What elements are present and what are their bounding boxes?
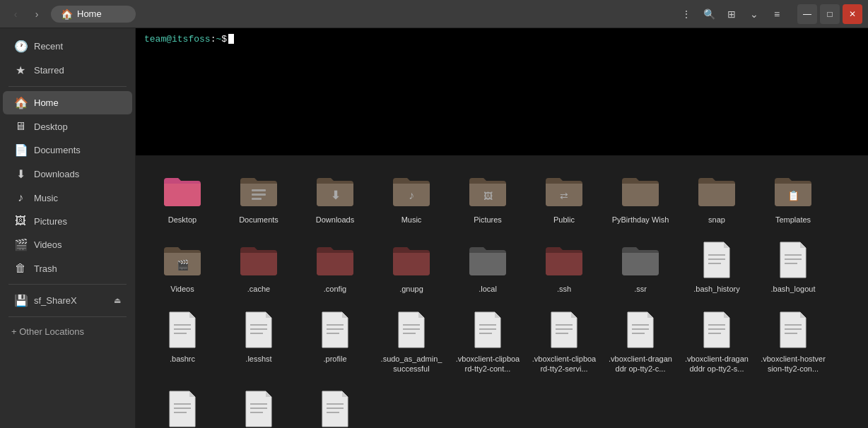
file-item-vboxclient4[interactable]: .vboxclient-dragandddr op-tty2-s... [681,303,752,380]
search-icon: 🔍 [703,8,715,20]
svg-text:🖼: 🖼 [483,191,493,201]
sidebar-label-music: Music [34,193,58,203]
minimize-button[interactable]: — [797,4,817,24]
view-toggle-button[interactable]: ⌄ [744,4,765,24]
file-item-pictures[interactable]: 🖼 Pictures [452,164,523,230]
file-item-public[interactable]: ⇄ Public [529,164,599,230]
sidebar-item-sf-sharex[interactable]: 💾 sf_ShareX ⏏ [3,289,132,312]
file-item-ssh[interactable]: .ssh [529,233,599,299]
file-item-desktop[interactable]: Desktop [147,164,218,230]
file-item-local[interactable]: .local [452,233,523,299]
close-button[interactable]: ✕ [843,4,862,24]
file-label-cache: .cache [247,284,270,294]
file-item-vboxclient1[interactable]: .vboxclient-clipboard-tty2-cont... [452,303,523,380]
recent-icon: 🕐 [14,40,27,53]
file-label-config: .config [324,284,346,294]
forward-button[interactable]: › [27,4,47,24]
file-item-config[interactable]: .config [300,233,370,299]
file-label-vboxclient4: .vboxclient-dragandddr op-tty2-s... [684,354,749,374]
file-label-sudo-admin: .sudo_as_admin_successful [379,354,444,374]
sidebar-label-starred: Starred [34,65,64,76]
file-item-cache[interactable]: .cache [223,233,294,299]
minimize-icon: — [803,9,811,19]
sidebar-add-locations[interactable]: + Other Locations [0,321,135,342]
sidebar-item-trash[interactable]: 🗑 Trash [3,257,132,280]
file-icon-vboxclient7 [237,388,280,428]
sidebar-item-recent[interactable]: 🕐 Recent [3,35,132,58]
file-item-vboxclient7[interactable]: .vboxclient-seamless-tty2-servi... [223,382,294,428]
file-item-vboxclient6[interactable]: .vboxclient-seamless-tty2-cont... [147,382,218,428]
folder-icon-pybirthday [619,170,662,212]
nav-buttons: ‹ › [6,4,47,24]
folder-icon-desktop [161,170,204,212]
file-item-bashrc[interactable]: .bashrc [147,303,218,380]
sidebar-label-videos: Videos [34,239,62,250]
file-item-gnupg[interactable]: .gnupg [376,233,447,299]
file-label-gnupg: .gnupg [399,284,423,294]
file-item-bash-history[interactable]: .bash_history [681,233,752,299]
folder-icon-ssh [543,239,585,281]
sidebar-item-downloads[interactable]: ⬇ Downloads [3,162,132,186]
menu-button[interactable]: ⋮ [676,4,697,24]
eject-icon[interactable]: ⏏ [114,296,121,305]
file-item-downloads[interactable]: ⬇ Downloads [300,164,370,230]
sidebar-item-desktop[interactable]: 🖥 Desktop [3,115,132,138]
file-item-music[interactable]: ♪ Music [376,164,447,230]
file-item-vboxclient2[interactable]: .vboxclient-clipboard-tty2-servi... [529,303,599,380]
file-item-vboxclient5[interactable]: .vboxclient-hostversion-tty2-con... [758,303,828,380]
file-grid-container[interactable]: Desktop Documents [136,155,868,428]
file-item-vboxclient8[interactable]: .vboxclient-vmsvga-session-t... [300,382,370,428]
file-grid: Desktop Documents [147,164,857,428]
folder-icon-templates: 📋 [772,170,814,212]
home-icon: 🏠 [61,8,73,20]
file-label-lesshst: .lesshst [245,354,271,364]
location-bar[interactable]: 🏠 Home [51,6,136,23]
file-item-ssr[interactable]: .ssr [605,233,676,299]
options-button[interactable]: ≡ [766,4,787,24]
add-locations-label: + Other Locations [11,326,84,337]
file-label-pictures: Pictures [474,215,502,225]
search-button[interactable]: 🔍 [698,4,720,24]
file-icon-bashrc [161,309,204,351]
file-icon-vboxclient1 [467,309,509,351]
window-controls: — □ ✕ [797,4,862,24]
file-item-pybirthday[interactable]: PyBirthday Wish [605,164,676,230]
sidebar-item-documents[interactable]: 📄 Documents [3,138,132,162]
file-icon-vboxclient3 [619,309,662,351]
file-icon-sudo-admin [390,309,433,351]
maximize-button[interactable]: □ [820,4,840,24]
sidebar-item-pictures[interactable]: 🖼 Pictures [3,210,132,232]
sidebar: 🕐 Recent ★ Starred 🏠 Home 🖥 Desktop 📄 Do… [0,28,136,428]
sidebar-divider-2 [8,284,127,285]
titlebar: ‹ › 🏠 Home ⋮ 🔍 ⊞ ⌄ ≡ — □ [0,0,868,28]
file-label-music: Music [401,215,422,225]
file-icon-vboxclient4 [696,309,738,351]
folder-icon-pictures: 🖼 [467,170,509,212]
svg-text:⬇: ⬇ [331,189,340,201]
back-button[interactable]: ‹ [6,4,25,24]
content-area: team@itsfoss : ~ $ Desktop [136,28,868,428]
file-item-templates[interactable]: 📋 Templates [758,164,828,230]
file-icon-lesshst [237,309,280,351]
file-item-videos[interactable]: 🎬 Videos [147,233,218,299]
file-item-profile[interactable]: .profile [300,303,370,380]
file-label-ssh: .ssh [557,284,571,294]
sidebar-item-videos[interactable]: 🎬 Videos [3,233,132,256]
sidebar-divider-3 [8,316,127,317]
file-label-videos: Videos [170,284,194,294]
file-item-vboxclient3[interactable]: .vboxclient-draganddr op-tty2-c... [605,303,676,380]
sidebar-item-starred[interactable]: ★ Starred [3,59,132,82]
file-item-snap[interactable]: snap [681,164,752,230]
file-label-documents: Documents [239,215,278,225]
file-item-bash-logout[interactable]: .bash_logout [758,233,828,299]
file-item-sudo-admin[interactable]: .sudo_as_admin_successful [376,303,447,380]
sidebar-label-sf-sharex: sf_ShareX [34,295,77,306]
file-item-documents[interactable]: Documents [223,164,294,230]
file-item-lesshst[interactable]: .lesshst [223,303,294,380]
sidebar-label-pictures: Pictures [34,216,67,227]
close-icon: ✕ [849,9,856,19]
sidebar-item-music[interactable]: ♪ Music [3,186,132,209]
sidebar-item-home[interactable]: 🏠 Home [3,91,132,114]
view-mode-button[interactable]: ⊞ [721,4,742,24]
terminal-sep: : [211,34,216,44]
